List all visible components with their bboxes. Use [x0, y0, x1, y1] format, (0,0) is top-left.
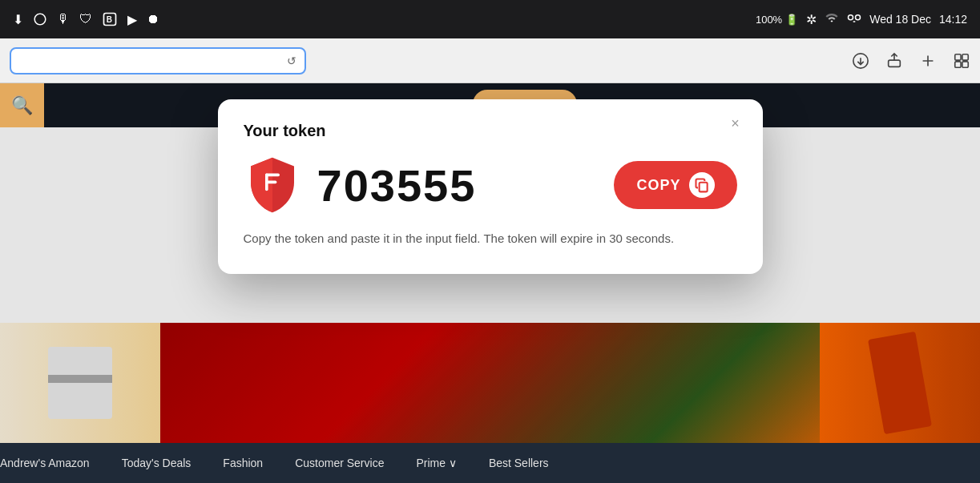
svg-rect-14 — [699, 183, 707, 192]
svg-rect-13 — [265, 181, 276, 184]
new-tab-button[interactable] — [919, 52, 937, 70]
token-number: 703555 — [317, 159, 599, 211]
menubar-date: Wed 18 Dec — [869, 13, 931, 26]
token-modal: × Your token — [218, 99, 763, 274]
modal-body: 703555 COPY — [244, 156, 737, 214]
svg-rect-8 — [962, 54, 968, 59]
download-button[interactable] — [852, 52, 869, 70]
circle-icon: ⏺ — [147, 12, 159, 26]
share-button[interactable] — [885, 52, 903, 70]
battery-icon: 🔋 — [785, 14, 798, 26]
browser-chrome: ↺ — [0, 38, 980, 83]
svg-rect-6 — [889, 60, 901, 66]
battery-indicator: 100% 🔋 — [756, 14, 798, 26]
menubar-right-icons: 100% 🔋 ✲ Wed 18 Dec 14:12 — [756, 12, 967, 27]
svg-rect-9 — [955, 61, 961, 66]
copy-icon — [689, 172, 715, 198]
tabs-button[interactable] — [953, 52, 970, 70]
svg-point-3 — [856, 15, 861, 20]
battery-percent: 100% — [756, 14, 782, 26]
menubar-time: 14:12 — [939, 13, 967, 26]
bold-icon: B — [102, 11, 118, 27]
play-icon: ▶ — [127, 12, 137, 27]
svg-rect-4 — [853, 21, 856, 22]
page-background: 🔍 Andrew's Amazon Today's Deals Fashion … — [0, 83, 980, 483]
arrow-down-icon: ⬇︎ — [13, 12, 23, 27]
modal-overlay: × Your token — [0, 83, 980, 483]
modal-close-button[interactable]: × — [724, 112, 747, 135]
control-center-icon — [847, 14, 861, 25]
copy-label: COPY — [636, 177, 680, 194]
bluetooth-icon: ✲ — [806, 12, 817, 27]
skype-icon — [33, 12, 47, 26]
svg-rect-7 — [955, 54, 961, 59]
browser-actions — [852, 52, 970, 70]
twofas-shield-icon — [244, 156, 301, 214]
menubar-left-icons: ⬇︎ 🎙 🛡 B ▶ ⏺ — [13, 11, 159, 27]
shield-menu-icon: 🛡 — [79, 12, 92, 26]
svg-point-2 — [849, 15, 853, 20]
refresh-icon[interactable]: ↺ — [287, 54, 296, 67]
modal-description: Copy the token and paste it in the input… — [244, 230, 737, 248]
address-bar[interactable]: ↺ — [10, 47, 306, 74]
svg-rect-10 — [962, 61, 968, 66]
svg-text:B: B — [107, 15, 112, 24]
copy-button[interactable]: COPY — [614, 161, 736, 209]
wifi-icon — [825, 14, 839, 25]
menubar: ⬇︎ 🎙 🛡 B ▶ ⏺ 100% 🔋 ✲ — [0, 0, 980, 38]
mic-icon: 🎙 — [57, 12, 70, 26]
modal-title: Your token — [244, 122, 737, 140]
